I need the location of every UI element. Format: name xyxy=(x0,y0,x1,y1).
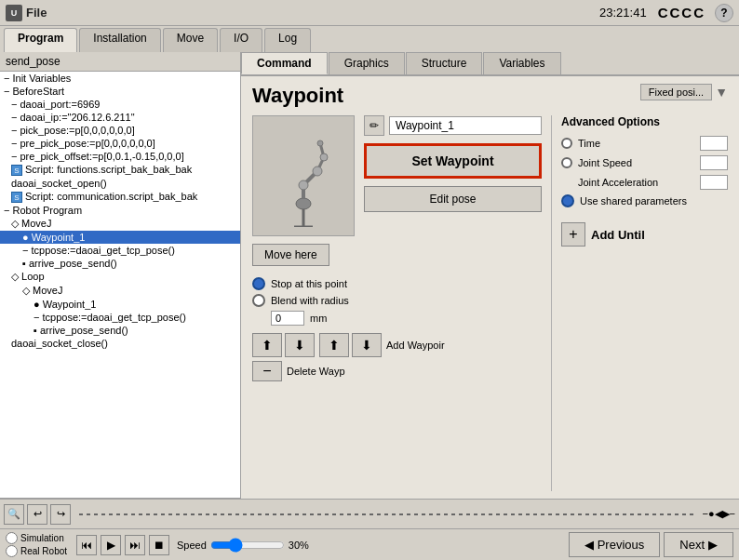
tree-item-script1[interactable]: SScript: functions.script_bak_bak_bak xyxy=(0,163,240,177)
transport-play-button[interactable]: ▶ xyxy=(101,535,121,555)
fixed-pos-chevron[interactable]: ▼ xyxy=(715,85,728,100)
tree-item-waypoint2[interactable]: ● Waypoint_1 xyxy=(0,298,240,311)
time-input[interactable] xyxy=(700,136,728,151)
stop-radio[interactable] xyxy=(252,277,265,290)
tree-item-movej1[interactable]: ◇ MoveJ xyxy=(0,217,240,231)
app-title: File xyxy=(26,6,599,20)
next-button[interactable]: Next ▶ xyxy=(664,532,733,557)
tree-item-script2[interactable]: SScript: communication.script_bak_bak xyxy=(0,190,240,204)
move-here-button[interactable]: Move here xyxy=(252,244,329,266)
time-radio[interactable] xyxy=(561,138,572,149)
tab-log[interactable]: Log xyxy=(264,28,311,52)
joint-accel-input[interactable] xyxy=(700,175,728,190)
tree-item-beforestart[interactable]: − BeforeStart xyxy=(0,85,240,98)
simulation-radio[interactable] xyxy=(6,532,18,544)
advanced-title: Advanced Options xyxy=(561,115,728,128)
simulation-label: Simulation xyxy=(20,533,64,543)
transport-stop-button[interactable]: ⏹ xyxy=(149,535,169,555)
right-tab-bar: Command Graphics Structure Variables xyxy=(241,52,739,76)
add-until-label: Add Until xyxy=(591,228,645,242)
tree-item-socket-close[interactable]: daoai_socket_close() xyxy=(0,337,240,350)
indent-in-button[interactable]: ⬆ xyxy=(319,333,349,357)
waypoint-name-input[interactable] xyxy=(389,116,542,135)
main-tab-bar: Program Installation Move I/O Log xyxy=(0,26,739,52)
tree-item-tcppose2[interactable]: − tcppose:=daoai_get_tcp_pose() xyxy=(0,311,240,324)
blend-value-input[interactable] xyxy=(271,311,304,326)
speed-label: Speed xyxy=(177,540,207,551)
set-waypoint-button[interactable]: Set Waypoint xyxy=(364,143,542,179)
undo-button[interactable]: ↩ xyxy=(27,504,47,525)
robot-svg xyxy=(266,125,341,227)
tree-item-loop[interactable]: ◇ Loop xyxy=(0,270,240,284)
main-layout: send_pose − Init Variables − BeforeStart… xyxy=(0,52,739,499)
fixed-pos-button[interactable]: Fixed posi... xyxy=(640,84,712,100)
blend-unit: mm xyxy=(310,313,327,324)
previous-arrow-icon: ◀ xyxy=(584,538,594,552)
time-label: Time xyxy=(578,138,600,149)
tab-io[interactable]: I/O xyxy=(220,28,262,52)
bottom-toolbar: Simulation Real Robot ⏮ ▶ ⏭ ⏹ Speed 30% … xyxy=(0,528,739,560)
indent-out-button[interactable]: ⬇ xyxy=(352,333,382,357)
tree-item-robot-program[interactable]: − Robot Program xyxy=(0,204,240,217)
add-until-button[interactable]: + xyxy=(561,222,585,247)
real-robot-label: Real Robot xyxy=(20,546,67,556)
use-shared-label: Use shared parameters xyxy=(580,195,687,207)
blend-radio[interactable] xyxy=(252,294,265,307)
tree-item-prepick-pose[interactable]: − pre_pick_pose:=p[0,0,0,0,0,0] xyxy=(0,137,240,150)
tab-structure[interactable]: Structure xyxy=(406,52,483,74)
move-up-button[interactable]: ⬆ xyxy=(252,333,282,357)
speed-value: 30% xyxy=(289,540,309,551)
tab-installation[interactable]: Installation xyxy=(79,28,160,52)
edit-name-icon[interactable]: ✏ xyxy=(364,115,384,136)
use-shared-radio[interactable] xyxy=(561,194,574,207)
next-arrow-icon: ▶ xyxy=(708,538,718,552)
transport-end-button[interactable]: ⏭ xyxy=(125,535,145,555)
delete-waypoint-button[interactable]: − xyxy=(252,361,282,381)
tab-move[interactable]: Move xyxy=(163,28,218,52)
add-waypoint-label: Add Waypoir xyxy=(386,340,445,351)
blend-label: Blend with radius xyxy=(271,295,349,306)
tree-item-arrive1[interactable]: ▪ arrive_pose_send() xyxy=(0,257,240,270)
real-robot-radio[interactable] xyxy=(6,545,18,557)
speed-slider[interactable] xyxy=(210,538,285,553)
redo-button[interactable]: ↪ xyxy=(50,504,71,525)
separator-line xyxy=(79,513,694,515)
joint-speed-radio[interactable] xyxy=(561,157,572,168)
joint-speed-input[interactable] xyxy=(700,155,728,170)
edit-pose-button[interactable]: Edit pose xyxy=(364,186,542,212)
system-id: CCCC xyxy=(658,5,705,20)
tab-program[interactable]: Program xyxy=(4,28,77,52)
zoom-button[interactable]: 🔍 xyxy=(4,504,24,525)
joint-accel-label: Joint Acceleration xyxy=(561,177,658,188)
tree-item-prepick-offset[interactable]: − pre_pick_offset:=p[0,0.1,-0.15,0,0,0] xyxy=(0,150,240,163)
robot-preview xyxy=(252,115,355,236)
tree-item-ip[interactable]: − daoai_ip:="206.12.6.211" xyxy=(0,111,240,124)
app-logo: U xyxy=(6,5,22,21)
tab-variables[interactable]: Variables xyxy=(483,52,560,74)
tree-item-movej2[interactable]: ◇ MoveJ xyxy=(0,284,240,298)
tree-item-pick-pose[interactable]: − pick_pose:=p[0,0,0,0,0,0] xyxy=(0,124,240,137)
tree-item-socket-open[interactable]: daoai_socket_open() xyxy=(0,177,240,190)
tree-item-waypoint1[interactable]: ● Waypoint_1 xyxy=(0,231,240,244)
page-title: Waypoint xyxy=(252,84,343,108)
transport-start-button[interactable]: ⏮ xyxy=(76,535,97,555)
svg-point-8 xyxy=(313,167,322,176)
tree-item-tcppose1[interactable]: − tcppose:=daoai_get_tcp_pose() xyxy=(0,244,240,257)
previous-button[interactable]: ◀ Previous xyxy=(569,532,661,557)
move-down-button[interactable]: ⬇ xyxy=(285,333,315,357)
svg-point-2 xyxy=(296,198,311,209)
svg-point-7 xyxy=(299,180,308,190)
dash-indicator: −●◀▶− xyxy=(703,508,736,520)
system-time: 23:21:41 xyxy=(599,6,647,20)
program-name: send_pose xyxy=(0,52,240,72)
right-panel: Command Graphics Structure Variables Way… xyxy=(241,52,739,499)
help-button[interactable]: ? xyxy=(715,4,733,22)
next-label: Next xyxy=(679,538,705,552)
top-bar: U File 23:21:41 CCCC ? xyxy=(0,0,739,26)
bottom-icon-bar: 🔍 ↩ ↪ −●◀▶− xyxy=(0,499,739,528)
tree-item-arrive2[interactable]: ▪ arrive_pose_send() xyxy=(0,324,240,337)
tree-item-port[interactable]: − daoai_port:=6969 xyxy=(0,98,240,111)
tab-command[interactable]: Command xyxy=(241,52,328,74)
tab-graphics[interactable]: Graphics xyxy=(329,52,405,74)
tree-item-init[interactable]: − Init Variables xyxy=(0,72,240,85)
